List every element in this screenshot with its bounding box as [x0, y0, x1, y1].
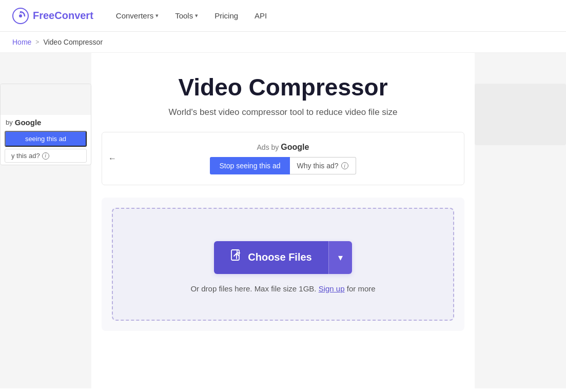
logo[interactable]: FreeConvert [12, 8, 93, 24]
stop-seeing-button[interactable]: Stop seeing this ad [210, 157, 289, 174]
left-info-icon: i [42, 152, 49, 160]
logo-icon [12, 8, 29, 24]
breadcrumb: Home > Video Compressor [0, 32, 566, 53]
page-title: Video Compressor [178, 73, 387, 101]
svg-point-1 [19, 14, 22, 17]
header: FreeConvert Converters ▾ Tools ▾ Pricing… [0, 0, 566, 32]
tools-chevron-icon: ▾ [195, 12, 198, 19]
nav-pricing[interactable]: Pricing [208, 7, 244, 24]
left-stop-seeing-button[interactable]: seeing this ad [5, 131, 87, 147]
breadcrumb-separator: > [35, 38, 39, 46]
left-ad-container: by Google seeing this ad y this ad? i [0, 84, 91, 165]
center-content: Video Compressor World's best video comp… [91, 53, 475, 388]
main-layout: by Google seeing this ad y this ad? i Vi… [0, 53, 566, 388]
main-nav: Converters ▾ Tools ▾ Pricing API [110, 7, 554, 24]
nav-api[interactable]: API [248, 7, 273, 24]
right-ad-panel [475, 53, 566, 388]
choose-files-dropdown-button[interactable]: ▾ [328, 241, 352, 274]
center-info-icon: i [341, 162, 348, 169]
nav-converters[interactable]: Converters ▾ [110, 7, 165, 24]
upload-dropzone[interactable]: Choose Files ▾ Or drop files here. Max f… [112, 208, 454, 321]
left-ad-panel: by Google seeing this ad y this ad? i [0, 53, 91, 388]
page-subtitle: World's best video compressor tool to re… [168, 107, 397, 117]
breadcrumb-home[interactable]: Home [12, 38, 31, 46]
dropdown-chevron-icon: ▾ [338, 252, 343, 263]
ads-by-google-label: Ads by Google [257, 143, 309, 152]
upload-wrapper: Choose Files ▾ Or drop files here. Max f… [102, 198, 464, 331]
ad-banner: ← Ads by Google Stop seeing this ad Why … [102, 132, 464, 185]
right-ad-placeholder [475, 84, 566, 145]
breadcrumb-current: Video Compressor [43, 38, 103, 46]
left-why-ad-button[interactable]: y this ad? i [5, 149, 87, 163]
left-ad-top [1, 84, 91, 115]
ad-back-arrow-icon[interactable]: ← [108, 154, 116, 163]
converters-chevron-icon: ▾ [155, 12, 159, 19]
signup-link[interactable]: Sign up [319, 284, 345, 293]
left-ad-google-label: by Google [1, 115, 91, 130]
choose-files-group: Choose Files ▾ [214, 241, 352, 274]
file-upload-icon [230, 249, 243, 266]
file-icon-svg [230, 249, 243, 263]
nav-tools[interactable]: Tools ▾ [169, 7, 204, 24]
logo-text: FreeConvert [33, 10, 93, 22]
ad-banner-buttons: Stop seeing this ad Why this ad? i [210, 157, 356, 174]
why-ad-button[interactable]: Why this ad? i [290, 157, 356, 174]
choose-files-button[interactable]: Choose Files [214, 241, 328, 274]
upload-hint: Or drop files here. Max file size 1GB. S… [190, 284, 375, 293]
